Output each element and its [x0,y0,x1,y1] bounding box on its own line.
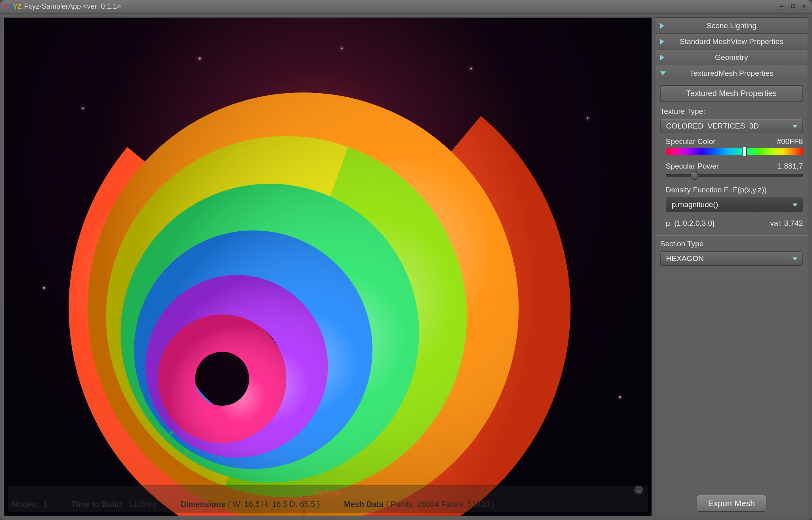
section-textured-mesh[interactable]: TexturedMesh Properties [655,65,808,81]
texture-type-label: Texture Type: [660,107,803,116]
status-row: Nodes: 1 Time to Build: 1109ms Dimension… [12,500,644,509]
specular-color-slider[interactable] [666,148,803,155]
window-controls [778,2,808,10]
specular-power-slider[interactable] [666,174,803,177]
section-type-body: Section Type HEXAGON [655,235,808,273]
texture-type-value: COLORED_VERTICES_3D [666,122,759,130]
viewport-3d[interactable]: Springs – Nodes: 1 Time to Build: 1109ms… [4,18,651,516]
svg-point-18 [166,323,278,435]
section-geometry-label: Geometry [715,53,748,62]
app-logo: F X Y Z [5,3,22,10]
minimize-status-icon[interactable]: – [634,486,643,495]
status-tab: Springs – [12,487,644,500]
specular-color-value: #00FF8 [777,137,803,146]
status-mesh-data: Mesh Data { Points: 26004 Faces: 51920 } [344,500,494,509]
titlebar: F X Y Z Fxyz-SamplerApp <ver: 0.1.1> [0,0,812,13]
status-bar: Springs – Nodes: 1 Time to Build: 1109ms… [8,485,648,512]
status-tab-title: Springs [314,488,341,497]
texture-type-combo[interactable]: COLORED_VERTICES_3D [660,119,803,133]
density-function-combo[interactable]: p.magnitude() [666,198,803,212]
window-title: Fxyz-SamplerApp <ver: 0.1.1> [24,2,121,11]
specular-color-label: Specular Color [666,137,716,146]
spring-mesh [4,18,651,516]
chevron-right-icon [660,55,664,60]
section-type-label: Section Type [660,240,803,248]
app-window: F X Y Z Fxyz-SamplerApp <ver: 0.1.1> [0,0,812,520]
status-build-time: Time to Build: 1109ms [71,500,157,509]
section-textured-mesh-label: TexturedMesh Properties [689,69,773,78]
svg-rect-1 [792,5,795,8]
specular-power-thumb[interactable] [690,171,699,180]
export-mesh-button[interactable]: Export Mesh [697,495,766,512]
section-standard-meshview-label: Standard MeshView Properties [680,37,783,46]
status-dimensions: Dimensions { W: 16,5 H: 16,5 D: 65,5 } [180,500,320,509]
status-nodes: Nodes: 1 [12,500,48,509]
dropdown-icon [790,254,799,264]
chevron-right-icon [660,39,664,44]
properties-panel: Scene Lighting Standard MeshView Propert… [655,17,808,516]
chevron-down-icon [660,71,666,75]
dropdown-icon [790,200,799,210]
app-body: Springs – Nodes: 1 Time to Build: 1109ms… [0,13,812,520]
textured-mesh-body: Textured Mesh Properties Texture Type: C… [655,81,808,235]
specular-color-thumb[interactable] [743,147,747,156]
section-type-combo[interactable]: HEXAGON [660,251,803,266]
density-function-label: Density Function F=F(p(x,y,z)) [666,186,803,194]
section-scene-lighting-label: Scene Lighting [707,21,756,30]
close-button[interactable] [800,2,808,10]
minimize-button[interactable] [778,2,786,10]
specular-power-label: Specular Power [666,162,719,171]
section-standard-meshview[interactable]: Standard MeshView Properties [655,34,808,50]
density-p-label: p: {1.0,2.0,3.0} [666,219,715,228]
viewport-container: Springs – Nodes: 1 Time to Build: 1109ms… [4,17,652,516]
density-function-value: p.magnitude() [672,200,718,209]
section-geometry[interactable]: Geometry [655,50,808,65]
section-type-value: HEXAGON [666,254,704,263]
section-scene-lighting[interactable]: Scene Lighting [655,18,808,34]
specular-power-value: 1.881,7 [778,162,803,171]
maximize-button[interactable] [789,2,797,10]
density-val-label: val: 3,742 [770,219,803,228]
dropdown-icon [790,122,799,131]
textured-mesh-subtitle: Textured Mesh Properties [660,85,803,102]
chevron-right-icon [660,23,664,29]
